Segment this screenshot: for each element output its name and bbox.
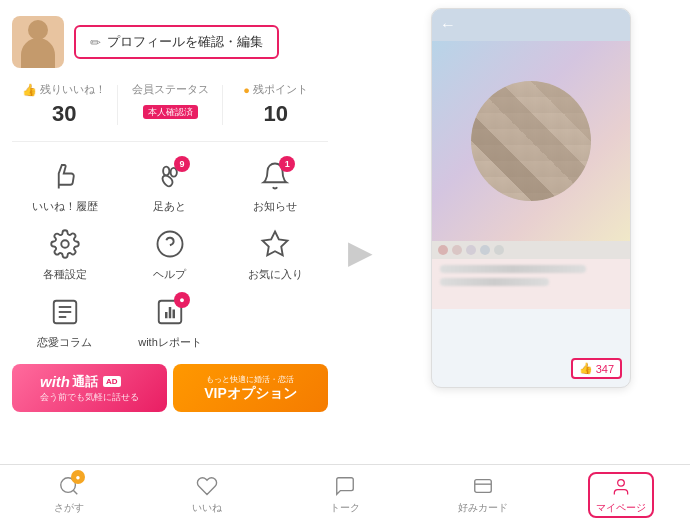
likes-history-icon-wrapper (47, 158, 83, 194)
vip-option-banner[interactable]: もっと快適に婚活・恋活 VIPオプション (173, 364, 328, 412)
bust-shape-icon (21, 38, 55, 68)
settings-icon-wrapper (47, 226, 83, 262)
points-value: 10 (223, 101, 328, 127)
vip-top-text: もっと快適に婚活・恋活 (204, 374, 297, 385)
svg-point-2 (61, 240, 69, 248)
dot-3 (466, 245, 476, 255)
menu-notifications[interactable]: 1 お知らせ (223, 158, 328, 214)
stats-row: 👍 残りいいね！ 30 会員ステータス 本人確認済 (12, 82, 328, 142)
talk-nav-icon (333, 474, 357, 498)
blurred-name-line (440, 265, 586, 273)
search-nav-label: さがす (54, 501, 84, 515)
vip-content: もっと快適に婚活・恋活 VIPオプション (204, 374, 297, 403)
stat-status: 会員ステータス 本人確認済 (118, 82, 223, 119)
right-panel: ← (380, 0, 690, 464)
dots-strip (432, 241, 630, 259)
with-call-banner[interactable]: with 通話 AD 会う前でも気軽に話せる (12, 364, 167, 412)
card-nav-icon (471, 474, 495, 498)
pixelated-face (471, 81, 591, 201)
nav-mypage[interactable]: マイページ (552, 468, 690, 522)
status-badge: 本人確認済 (118, 101, 223, 119)
edit-profile-label: プロフィールを確認・編集 (107, 33, 263, 51)
likes-value: 30 (12, 101, 117, 127)
likes-history-label: いいね！履歴 (32, 199, 98, 214)
favorites-icon-wrapper (257, 226, 293, 262)
svg-point-3 (157, 232, 182, 257)
help-label: ヘルプ (153, 267, 186, 282)
svg-marker-5 (263, 232, 288, 256)
svg-line-12 (73, 490, 77, 494)
article-icon (50, 297, 80, 327)
menu-report[interactable]: ● withレポート (117, 294, 222, 350)
notifications-label: お知らせ (253, 199, 297, 214)
profile-header: ✏ プロフィールを確認・編集 (12, 16, 328, 68)
dot-5 (494, 245, 504, 255)
icon-grid: いいね！履歴 9 足あと (12, 158, 328, 350)
report-icon-wrapper: ● (152, 294, 188, 330)
dot-1 (438, 245, 448, 255)
like-count-value: 347 (596, 363, 614, 375)
nav-likes[interactable]: いいね (138, 470, 276, 519)
footprint-label: 足あと (153, 199, 186, 214)
thumbs-up-icon (50, 161, 80, 191)
with-call-content: with 通話 AD 会う前でも気軽に話せる (40, 373, 139, 404)
avatar (12, 16, 64, 68)
menu-settings[interactable]: 各種設定 (12, 226, 117, 282)
bottom-nav: ● さがす いいね トーク (0, 464, 690, 524)
report-badge: ● (174, 292, 190, 308)
mypage-nav-label: マイページ (596, 501, 646, 515)
menu-footprint[interactable]: 9 足あと (117, 158, 222, 214)
blurred-info-line (440, 278, 549, 286)
help-icon (155, 229, 185, 259)
menu-likes-history[interactable]: いいね！履歴 (12, 158, 117, 214)
svg-point-15 (618, 479, 625, 486)
stat-likes: 👍 残りいいね！ 30 (12, 82, 117, 127)
left-panel: ✏ プロフィールを確認・編集 👍 残りいいね！ 30 会員ステータス (0, 0, 340, 464)
column-icon-wrapper (47, 294, 83, 330)
phone-screen: ← (431, 8, 631, 388)
report-label: withレポート (138, 335, 202, 350)
edit-profile-button[interactable]: ✏ プロフィールを確認・編集 (74, 25, 279, 59)
menu-help[interactable]: ヘルプ (117, 226, 222, 282)
svg-point-0 (163, 167, 169, 176)
status-label: 会員ステータス (118, 82, 223, 97)
stat-points: ● 残ポイント 10 (223, 82, 328, 127)
heart-icon: 👍 (22, 83, 37, 97)
menu-column[interactable]: 恋愛コラム (12, 294, 117, 350)
nav-search[interactable]: ● さがす (0, 470, 138, 519)
coin-icon: ● (243, 84, 250, 96)
with-call-subtitle: 会う前でも気軽に話せる (40, 391, 139, 404)
right-arrow-icon: ▶ (348, 233, 373, 271)
arrow-container: ▶ (340, 0, 380, 464)
vip-title: VIPオプション (204, 385, 297, 403)
notifications-icon-wrapper: 1 (257, 158, 293, 194)
svg-rect-13 (475, 480, 492, 493)
back-arrow-icon[interactable]: ← (440, 16, 456, 34)
favorites-label: お気に入り (248, 267, 303, 282)
nav-favorites-card[interactable]: 好みカード (414, 470, 552, 519)
likes-nav-label: いいね (192, 501, 222, 515)
points-label: ● 残ポイント (223, 82, 328, 97)
talk-nav-label: トーク (330, 501, 360, 515)
phone-profile-image (432, 41, 630, 241)
gear-icon (50, 229, 80, 259)
column-label: 恋愛コラム (37, 335, 92, 350)
banner-row: with 通話 AD 会う前でも気軽に話せる もっと快適に婚活・恋活 VIPオプ… (12, 364, 328, 412)
like-count-badge: 👍 347 (571, 358, 622, 379)
menu-favorites[interactable]: お気に入り (223, 226, 328, 282)
footprint-badge: 9 (174, 156, 190, 172)
star-icon (260, 229, 290, 259)
main-content: ✏ プロフィールを確認・編集 👍 残りいいね！ 30 会員ステータス (0, 0, 690, 464)
search-nav-icon: ● (57, 474, 81, 498)
footprint-icon-wrapper: 9 (152, 158, 188, 194)
app-container: ✏ プロフィールを確認・編集 👍 残りいいね！ 30 会員ステータス (0, 0, 690, 524)
avatar-bust (12, 16, 64, 68)
phone-header: ← (432, 9, 630, 41)
likes-nav-icon (195, 474, 219, 498)
mypage-nav-icon (609, 475, 633, 499)
with-call-title: with 通話 AD (40, 373, 121, 391)
nav-talk[interactable]: トーク (276, 470, 414, 519)
dot-2 (452, 245, 462, 255)
pixel-overlay (471, 81, 591, 201)
likes-label: 👍 残りいいね！ (12, 82, 117, 97)
